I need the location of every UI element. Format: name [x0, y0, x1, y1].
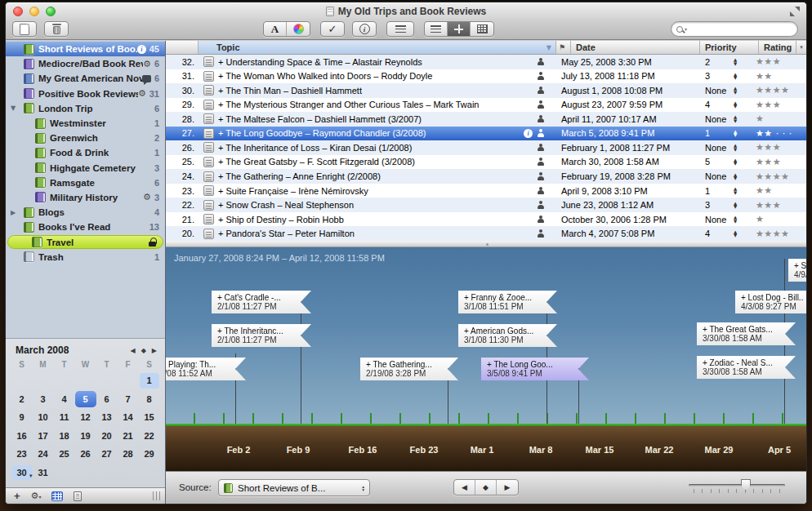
fullscreen-icon[interactable]: [790, 7, 800, 16]
priority-stepper[interactable]: ▲▼: [726, 173, 744, 180]
column-flag-icon[interactable]: ⚑: [556, 41, 571, 54]
prev-entry-button[interactable]: ◀: [454, 480, 475, 495]
calendar-day[interactable]: 9: [11, 408, 33, 427]
calendar-day[interactable]: 6: [96, 390, 118, 409]
column-number[interactable]: [166, 41, 199, 54]
column-options-icon[interactable]: ▾: [796, 41, 806, 54]
sidebar-item[interactable]: Food & Drink i 1: [6, 145, 165, 160]
sidebar-item[interactable]: ▼ London Trip i 6: [6, 101, 165, 116]
journal-selector[interactable]: ▴▾: [74, 491, 78, 501]
calendar-day[interactable]: 18: [54, 427, 75, 446]
sidebar-item[interactable]: Positive Book Reviews i ⚙ 31: [6, 87, 165, 101]
delete-entry-button[interactable]: [44, 21, 69, 37]
table-row[interactable]: 29. + The Mysterious Stranger and Other …: [166, 98, 806, 113]
calendar-day[interactable]: 16: [11, 427, 33, 446]
calendar-day[interactable]: 25: [54, 445, 75, 464]
table-row[interactable]: 31. + The Woman Who Walked into Doors – …: [166, 69, 806, 84]
column-date[interactable]: Date: [571, 41, 700, 54]
sidebar-item[interactable]: Books I've Read i 13: [6, 220, 165, 234]
rating-stars[interactable]: ★★★★: [744, 85, 789, 96]
column-topic[interactable]: Topic ▼: [199, 41, 556, 54]
calendar-day[interactable]: 10: [33, 408, 54, 427]
calendar-day[interactable]: 27: [96, 445, 118, 464]
calendar-day[interactable]: 21: [118, 427, 139, 446]
zoom-slider[interactable]: [689, 478, 785, 496]
checkmark-button[interactable]: ✓: [320, 21, 345, 37]
rating-stars[interactable]: ★★★: [744, 100, 781, 110]
sidebar-item[interactable]: Military History i ⚙ 3: [6, 190, 165, 205]
calendar-day[interactable]: 13: [96, 408, 118, 427]
priority-stepper[interactable]: ▲▼: [726, 202, 744, 209]
entry-list-button[interactable]: [386, 21, 414, 37]
new-entry-button[interactable]: [12, 21, 37, 37]
table-row[interactable]: 30. + The Thin Man – Dashiell Hammett i …: [166, 83, 806, 98]
priority-stepper[interactable]: ▲▼: [726, 144, 744, 151]
timeline-flag[interactable]: + The Inheritanc... 2/1/08 11:27 PM: [212, 324, 311, 347]
priority-stepper[interactable]: ▲▼: [726, 115, 744, 122]
fonts-button[interactable]: A: [264, 22, 287, 36]
source-dropdown[interactable]: Short Reviews of B... ▴▾: [218, 479, 370, 496]
current-entry-button[interactable]: ◆: [475, 480, 497, 495]
calendar-day[interactable]: 17: [33, 427, 54, 446]
sidebar-item[interactable]: Mediocre/Bad Book Rev... i ⚙ 6: [6, 56, 165, 71]
timeline-flag[interactable]: + Franny & Zooe... 3/1/08 11:51 PM: [458, 291, 557, 313]
table-row[interactable]: 32. + Understanding Space & Time – Alast…: [166, 55, 806, 69]
calendar-day[interactable]: 24: [33, 445, 54, 464]
list-view-button[interactable]: [425, 22, 448, 36]
timeline-flag[interactable]: + The Great Gats... 3/30/08 1:58 AM: [697, 322, 796, 345]
rating-stars[interactable]: ★★★★: [744, 171, 789, 182]
table-row[interactable]: 22. + Snow Crash – Neal Stephenson i Jun…: [166, 198, 806, 212]
sidebar-item[interactable]: Trash i 1: [6, 250, 165, 264]
calendar-day[interactable]: 8: [139, 390, 160, 409]
calendar-day[interactable]: 19: [75, 427, 96, 446]
grid-view-button[interactable]: [471, 22, 493, 36]
timeline-flag[interactable]: + American Gods... 3/1/08 11:30 PM: [458, 324, 557, 347]
priority-stepper[interactable]: ▲▼: [726, 87, 744, 94]
rating-stars[interactable]: ★★★: [744, 200, 781, 211]
calendar-day[interactable]: 28: [118, 445, 139, 464]
search-input[interactable]: ▾: [671, 21, 798, 37]
colors-button[interactable]: [287, 22, 310, 36]
rating-stars[interactable]: ★★ · · ·: [744, 128, 792, 139]
priority-stepper[interactable]: ▲▼: [726, 58, 744, 65]
table-row[interactable]: 23. + Suite Française – Irène Némirovsky…: [166, 184, 806, 198]
calendar-day[interactable]: 4: [54, 390, 75, 409]
timeline-flag[interactable]: + Lost Dog - Bill.. 4/3/08 9:27 PM: [735, 291, 806, 313]
calendar-day[interactable]: 3: [33, 390, 54, 409]
table-row[interactable]: 25. + The Great Gatsby – F. Scott Fitzge…: [166, 155, 806, 170]
sidebar-item[interactable]: ▶ Blogs i 4: [6, 205, 165, 220]
sidebar-item[interactable]: Highgate Cemetery i 3: [6, 161, 165, 176]
next-entry-button[interactable]: ▶: [497, 480, 518, 495]
priority-stepper[interactable]: ▲▼: [726, 101, 744, 109]
calendar-day[interactable]: 23: [11, 445, 33, 464]
column-priority[interactable]: Priority: [700, 41, 759, 54]
table-row[interactable]: 20. + Pandora's Star – Peter Hamilton i …: [166, 226, 806, 241]
rating-stars[interactable]: ★★: [744, 71, 773, 82]
timeline-flag[interactable]: + Sui 4/9/0: [788, 259, 806, 282]
add-journal-button[interactable]: +: [14, 491, 20, 501]
sidebar-item[interactable]: Greenwich i 2: [6, 131, 165, 145]
priority-stepper[interactable]: ▲▼: [726, 130, 744, 137]
table-row[interactable]: 26. + The Inheritance of Loss – Kiran De…: [166, 140, 806, 155]
timeline-view-button[interactable]: [448, 22, 471, 36]
calendar-day[interactable]: 14: [118, 408, 139, 427]
info-button[interactable]: i: [352, 21, 377, 37]
rating-stars[interactable]: ★★★★: [744, 229, 789, 239]
rating-stars[interactable]: ★★★: [744, 142, 781, 153]
calendar-day[interactable]: 20: [96, 427, 118, 446]
table-row[interactable]: 27. + The Long Goodbye – Raymond Chandle…: [166, 127, 806, 141]
priority-stepper[interactable]: ▲▼: [726, 187, 744, 194]
rating-stars[interactable]: ★★★: [744, 157, 781, 167]
priority-stepper[interactable]: ▲▼: [726, 216, 744, 223]
calendar-day[interactable]: 11: [54, 408, 75, 427]
calendar-today-button[interactable]: ◆: [141, 347, 146, 354]
calendar-day[interactable]: 15: [139, 408, 160, 427]
calendar-toggle-button[interactable]: [51, 491, 63, 501]
calendar-day[interactable]: 30: [11, 464, 33, 482]
calendar-day[interactable]: [75, 371, 96, 390]
sidebar-item[interactable]: Ramsgate i 6: [6, 176, 165, 190]
rating-stars[interactable]: ★: [744, 214, 764, 224]
table-row[interactable]: 28. + The Maltese Falcon – Dashiell Hamm…: [166, 112, 806, 127]
timeline-flag[interactable]: + Zodiac - Neal S... 3/30/08 1:58 AM: [697, 356, 796, 379]
action-gear-button[interactable]: ⚙▾: [31, 491, 42, 501]
